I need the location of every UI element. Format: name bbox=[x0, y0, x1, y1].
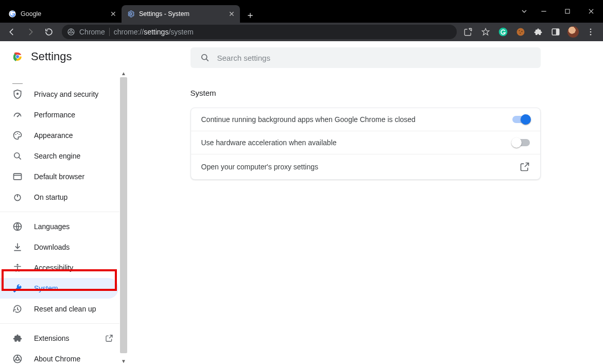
svg-point-13 bbox=[590, 28, 592, 30]
globe-icon bbox=[12, 221, 23, 232]
sidebar-item-performance[interactable]: Performance bbox=[0, 105, 118, 125]
svg-point-1 bbox=[130, 13, 132, 15]
bookmark-star-icon[interactable] bbox=[478, 25, 493, 39]
page-body: Settings ▲ ▼ Privacy and security Perfor… bbox=[0, 41, 603, 364]
sidebar-item-languages[interactable]: Languages bbox=[0, 216, 118, 237]
scroll-down-icon[interactable]: ▼ bbox=[120, 358, 127, 364]
svg-point-10 bbox=[520, 32, 521, 33]
grammarly-extension-icon[interactable] bbox=[496, 25, 510, 39]
svg-point-5 bbox=[70, 31, 73, 33]
sidebar-separator bbox=[0, 323, 128, 324]
sidebar-item-privacy[interactable]: Privacy and security bbox=[0, 84, 118, 105]
sidebar-item-startup[interactable]: On startup bbox=[0, 187, 118, 207]
search-input[interactable] bbox=[217, 54, 531, 62]
extensions-puzzle-icon[interactable] bbox=[531, 25, 545, 39]
sidebar-item-reset[interactable]: Reset and clean up bbox=[0, 299, 118, 319]
toggle-switch[interactable] bbox=[512, 139, 530, 146]
window-controls bbox=[516, 0, 603, 23]
sidebar-item-label: Languages bbox=[34, 222, 70, 231]
system-settings-card: Continue running background apps when Go… bbox=[191, 108, 541, 180]
cookie-extension-icon[interactable] bbox=[513, 25, 528, 39]
sidebar-item-accessibility[interactable]: Accessibility bbox=[0, 257, 118, 278]
svg-point-14 bbox=[590, 31, 592, 33]
settings-favicon bbox=[127, 10, 135, 18]
share-icon[interactable] bbox=[461, 25, 475, 39]
svg-rect-3 bbox=[565, 9, 570, 13]
palette-icon bbox=[12, 130, 23, 141]
sidebar-item-appearance[interactable]: Appearance bbox=[0, 125, 118, 146]
svg-point-22 bbox=[17, 133, 18, 134]
sidebar-header: Settings bbox=[0, 41, 128, 72]
svg-rect-2 bbox=[541, 11, 546, 11]
back-button[interactable] bbox=[3, 24, 21, 40]
close-tab-icon[interactable]: ✕ bbox=[228, 10, 236, 18]
toggle-hardware-accel[interactable] bbox=[512, 139, 530, 146]
svg-point-21 bbox=[15, 134, 16, 135]
address-bar[interactable]: Chrome chrome://settings/system bbox=[62, 25, 457, 39]
scrollbar-track[interactable]: ▲ ▼ bbox=[119, 70, 128, 364]
accessibility-icon bbox=[12, 263, 23, 273]
sidebar-item-label: Accessibility bbox=[34, 264, 73, 272]
download-icon bbox=[12, 242, 23, 252]
svg-point-31 bbox=[201, 55, 206, 60]
tab-settings[interactable]: Settings - System ✕ bbox=[122, 5, 240, 23]
sidebar-item-label: Default browser bbox=[34, 172, 84, 181]
omnibox-divider bbox=[109, 28, 110, 36]
sidebar-item-default-browser[interactable]: Default browser bbox=[0, 166, 118, 187]
settings-search[interactable] bbox=[191, 47, 541, 68]
chrome-page-icon bbox=[67, 28, 75, 36]
google-favicon bbox=[8, 10, 16, 18]
svg-point-30 bbox=[16, 357, 19, 360]
sidebar-item-label: Reset and clean up bbox=[34, 305, 96, 313]
toggle-background-apps[interactable] bbox=[512, 116, 530, 123]
sidebar-item-label: Extensions bbox=[34, 334, 69, 342]
close-tab-icon[interactable]: ✕ bbox=[109, 10, 117, 18]
open-external-icon bbox=[520, 162, 530, 172]
sidebar-item-label: Downloads bbox=[34, 243, 70, 251]
toggle-switch[interactable] bbox=[512, 116, 530, 123]
maximize-button[interactable] bbox=[556, 3, 579, 20]
sidepanel-icon[interactable] bbox=[548, 25, 563, 39]
minimize-button[interactable] bbox=[532, 3, 556, 20]
reload-button[interactable] bbox=[40, 24, 58, 40]
forward-button[interactable] bbox=[22, 24, 39, 40]
wrench-icon bbox=[12, 283, 23, 293]
tab-title: Settings - System bbox=[139, 10, 189, 18]
restore-icon bbox=[12, 304, 23, 314]
row-background-apps[interactable]: Continue running background apps when Go… bbox=[191, 108, 540, 131]
new-tab-button[interactable] bbox=[243, 8, 257, 23]
svg-rect-25 bbox=[14, 174, 22, 180]
svg-point-19 bbox=[16, 93, 19, 95]
close-window-button[interactable] bbox=[579, 3, 603, 20]
sidebar-item-system[interactable]: System bbox=[0, 278, 118, 299]
sidebar-item-label: Appearance bbox=[34, 131, 73, 140]
url-text: chrome://settings/system bbox=[114, 28, 194, 36]
tab-google[interactable]: Google ✕ bbox=[3, 5, 122, 23]
sidebar-scroll-area: ▲ ▼ Privacy and security Performance App… bbox=[0, 70, 128, 364]
sidebar-items: Privacy and security Performance Appeara… bbox=[0, 70, 128, 364]
browser-toolbar: Chrome chrome://settings/system bbox=[0, 23, 603, 41]
sidebar-item-about[interactable]: About Chrome bbox=[0, 349, 118, 364]
chevron-down-icon[interactable] bbox=[516, 3, 532, 20]
speed-icon bbox=[12, 110, 23, 120]
scrollbar-thumb[interactable] bbox=[120, 77, 127, 353]
profile-avatar[interactable] bbox=[566, 25, 580, 39]
chrome-outline-icon bbox=[12, 354, 23, 364]
svg-point-9 bbox=[521, 31, 522, 32]
sidebar-item-search[interactable]: Search engine bbox=[0, 146, 118, 166]
titlebar: Google ✕ Settings - System ✕ bbox=[0, 0, 603, 23]
scroll-up-icon[interactable]: ▲ bbox=[120, 70, 127, 76]
kebab-menu-icon[interactable] bbox=[583, 25, 598, 39]
sidebar-item-downloads[interactable]: Downloads bbox=[0, 237, 118, 257]
svg-point-24 bbox=[14, 153, 20, 158]
tab-strip: Google ✕ Settings - System ✕ bbox=[0, 0, 257, 23]
shield-icon bbox=[12, 89, 23, 99]
svg-point-7 bbox=[517, 28, 525, 36]
row-hardware-accel[interactable]: Use hardware acceleration when available bbox=[191, 131, 540, 154]
row-proxy-settings[interactable]: Open your computer's proxy settings bbox=[191, 154, 540, 179]
sidebar-item-extensions[interactable]: Extensions bbox=[0, 328, 118, 349]
svg-point-28 bbox=[16, 264, 18, 266]
chrome-logo-icon bbox=[11, 50, 24, 63]
svg-point-15 bbox=[590, 34, 592, 36]
sidebar-item-label: Privacy and security bbox=[34, 90, 98, 98]
